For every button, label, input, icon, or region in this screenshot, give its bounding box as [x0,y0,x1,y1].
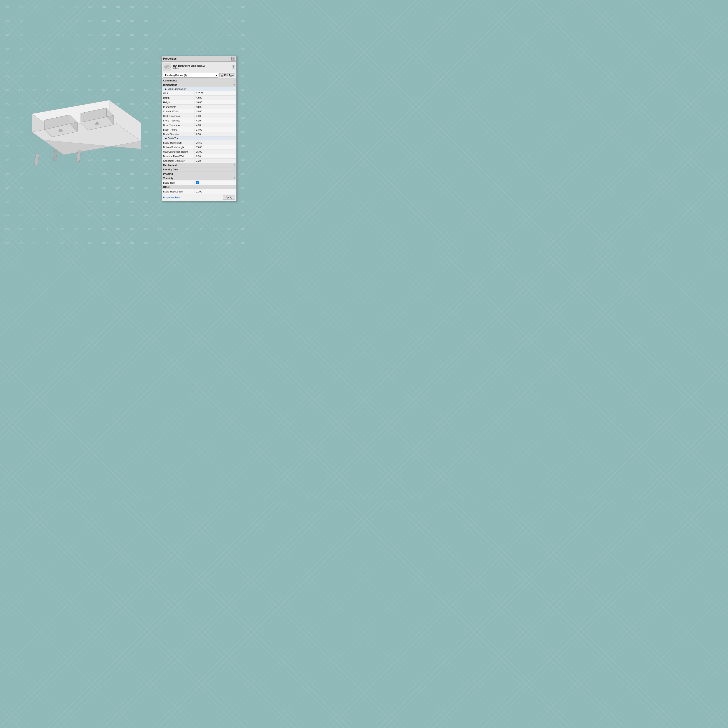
prop-value-bottle-trap-height[interactable]: 25.50 [195,141,236,144]
watermark-cell: RD [236,97,250,111]
watermark-cell: RD [236,111,250,125]
watermark-cell: RD [125,236,139,250]
watermark-cell: RD [28,14,41,28]
watermark-cell: RD [236,14,250,28]
watermark-cell: RD [84,28,97,41]
watermark-cell: RD [28,180,41,194]
watermark-cell: RD [28,222,41,236]
panel-dropdown-button[interactable]: ▼ [232,65,235,69]
section-constraints[interactable]: Constraints ⬆ [162,78,236,83]
watermark-cell: RD [236,84,250,97]
watermark-cell: RD [153,222,167,236]
other-label: Other [163,186,170,188]
watermark-cell: RD [70,222,84,236]
properties-help-link[interactable]: Properties help [163,196,180,199]
section-visibility[interactable]: Visibility ⬆ [162,176,236,180]
watermark-cell: RD [14,222,28,236]
prop-value-connector-diameter[interactable]: 3.20 [195,159,236,163]
watermark-cell: RD [125,14,139,28]
watermark-cell: RD [70,14,84,28]
watermark-cell: RD [0,84,14,97]
bottle-trap-group-header[interactable]: ▶ Bottle Trap [162,136,236,141]
mechanical-label: Mechanical [163,164,177,167]
prop-value-distance-from-wall[interactable]: 0.00 [195,154,236,158]
prop-value-visibility-bottle-trap[interactable] [195,180,200,185]
section-other[interactable]: Other [162,185,236,189]
section-mechanical[interactable]: Mechanical ⬆ [162,163,236,167]
watermark-cell: RD [84,55,97,69]
svg-rect-30 [221,75,223,76]
watermark-cell: RD [55,222,69,236]
constraints-label: Constraints [163,79,177,82]
watermark-cell: RD [209,41,222,55]
watermark-cell: RD [97,0,111,14]
category-selector[interactable]: Plumbing Fixtures (1) [163,73,219,78]
prop-value-wall-connection-height[interactable]: 15.00 [195,150,236,154]
watermark-cell: RD [139,222,153,236]
prop-value-back-thickness[interactable]: 4.00 [195,114,236,118]
prop-value-front-thickness[interactable]: 4.00 [195,119,236,122]
prop-label-bottle-trap-height: Bottle Trap Height [162,141,195,144]
prop-value-bottom-body-height[interactable]: 15.00 [195,145,236,149]
prop-row-wall-connection-height: Wall Connection Height 15.00 [162,150,236,154]
section-identity-data[interactable]: Identity Data ⬆ [162,167,236,172]
section-dimensions[interactable]: Dimensions ⬆ [162,83,236,87]
panel-item-icon [163,63,171,71]
watermark-cell: RD [195,209,209,222]
watermark-cell: RD [0,153,14,167]
watermark-cell: RD [180,209,194,222]
prop-value-island-width[interactable]: 18.00 [195,105,236,109]
watermark-cell: RD [97,195,111,209]
watermark-cell: RD [14,14,28,28]
watermark-cell: RD [55,41,69,55]
watermark-cell: RD [180,14,194,28]
watermark-cell: RD [41,14,55,28]
prop-value-bottle-trap-length[interactable]: 21.00 [195,190,236,193]
subsection-main-dimensions[interactable]: ▶ Main Dimensions [162,87,236,91]
prop-label-bottom-body-height: Bottom Body Height [162,145,195,149]
watermark-cell: RD [111,236,125,250]
prop-row-depth: Depth 42.00 [162,96,236,100]
prop-value-depth[interactable]: 42.00 [195,96,236,99]
edit-type-button[interactable]: Edit Type [219,73,235,77]
watermark-cell: RD [55,195,69,209]
watermark-cell: RD [195,41,209,55]
watermark-cell: RD [195,236,209,250]
watermark-cell: RD [70,236,84,250]
prop-value-drain-diameter[interactable]: 6.50 [195,132,236,136]
prop-row-front-thickness: Front Thickness 4.00 [162,118,236,123]
prop-value-height[interactable]: 18.00 [195,101,236,104]
prop-label-height: Height [162,101,195,104]
watermark-cell: RD [28,28,41,41]
watermark-cell: RD [84,0,97,14]
bottle-trap-checkbox[interactable] [196,181,199,184]
panel-item-sub: White [173,67,230,70]
watermark-cell: RD [0,0,14,14]
prop-row-bottle-trap-length: Bottle Trap Length 21.00 [162,189,236,194]
panel-close-button[interactable]: × [231,57,235,61]
watermark-cell: RD [70,55,84,69]
svg-rect-23 [53,150,57,161]
watermark-cell: RD [0,28,14,41]
apply-button[interactable]: Apply [223,195,235,200]
watermark-cell: RD [209,222,222,236]
watermark-cell: RD [14,0,28,14]
watermark-cell: RD [236,139,250,153]
prop-value-basin-height[interactable]: 14.00 [195,128,236,132]
prop-value-width[interactable]: 120.00 [195,92,236,95]
prop-label-connector-diameter: Connector Diameter [162,159,195,163]
section-phasing[interactable]: Phasing [162,172,236,176]
prop-value-counter-width[interactable]: 18.00 [195,110,236,113]
watermark-cell: RD [195,222,209,236]
watermark-cell: RD [236,0,250,14]
watermark-cell: RD [111,28,125,41]
watermark-cell: RD [0,97,14,111]
prop-label-counter-width: Counter Width [162,110,195,113]
identity-collapse-icon: ⬆ [233,168,235,171]
panel-titlebar: Properties × [162,56,236,62]
watermark-cell: RD [180,236,194,250]
watermark-cell: RD [195,0,209,14]
panel-title: Properties [163,57,177,60]
watermark-cell: RD [153,236,167,250]
prop-value-base-thickness[interactable]: 4.00 [195,123,236,127]
